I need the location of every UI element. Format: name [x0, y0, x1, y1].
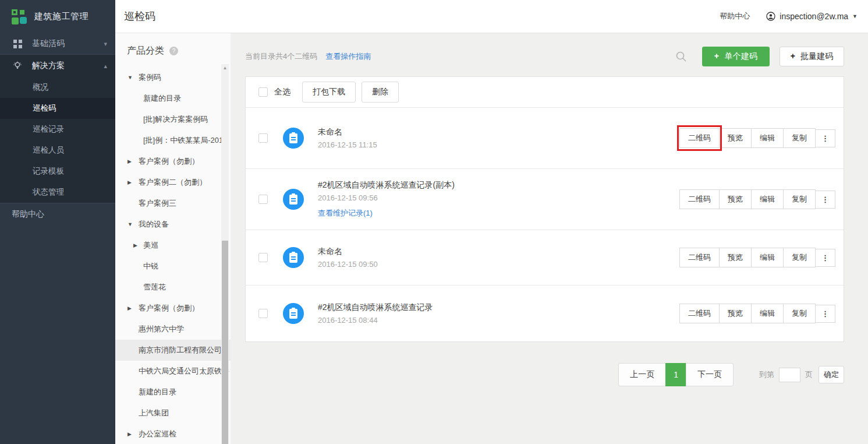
copy-button[interactable]: 复制: [783, 304, 816, 323]
qr-title: #2机区域自动喷淋系统巡查记录: [318, 302, 433, 313]
tree-collapsed-icon[interactable]: ▶: [127, 151, 132, 172]
sidebar-item-solutions[interactable]: 解决方案 ▴: [0, 55, 115, 77]
sidebar-item-help-center[interactable]: 帮助中心: [0, 203, 115, 224]
row-checkbox[interactable]: [258, 195, 268, 204]
batch-download-button[interactable]: 打包下载: [302, 82, 356, 103]
scroll-up-icon[interactable]: ▲: [221, 65, 229, 71]
tree-item[interactable]: ▶客户案例（勿删）: [115, 151, 231, 172]
qr-date: 2016-12-15 09:50: [318, 260, 378, 269]
preview-button[interactable]: 预览: [719, 304, 752, 323]
tree-item[interactable]: [批]解决方案案例码: [115, 109, 231, 130]
row-checkbox[interactable]: [258, 253, 268, 262]
tree-item-selected[interactable]: 南京市消防工程有限公司（: [115, 340, 231, 361]
current-page-button[interactable]: 1: [665, 363, 686, 386]
tree-item-label: 雪莲花: [143, 283, 166, 291]
tree-item[interactable]: 中锐: [115, 256, 231, 277]
page-title: 巡检码: [124, 9, 155, 23]
maintenance-records-link[interactable]: 查看维护记录(1): [318, 208, 455, 219]
tree-collapsed-icon[interactable]: ▶: [127, 424, 132, 444]
create-single-code-button[interactable]: +单个建码: [702, 47, 770, 66]
sidebar-item-record-templates[interactable]: 记录模板: [0, 161, 115, 182]
preview-button[interactable]: 预览: [719, 128, 752, 148]
edit-button[interactable]: 编辑: [751, 189, 784, 209]
sidebar-item-label: 基础活码: [32, 38, 104, 49]
pagination: 上一页 1 下一页 到第 页 确定: [245, 363, 844, 386]
sidebar-item-inspection-codes[interactable]: 巡检码: [0, 98, 115, 119]
row-checkbox[interactable]: [258, 133, 268, 143]
tree-item[interactable]: 新建的目录: [115, 88, 231, 109]
qr-code-button[interactable]: 二维码: [679, 128, 720, 148]
row-info: #2机区域自动喷淋系统巡查记录 2016-12-15 08:44: [318, 302, 433, 325]
goto-confirm-button[interactable]: 确定: [819, 366, 844, 383]
sidebar-item-overview[interactable]: 概况: [0, 77, 115, 98]
more-actions-button[interactable]: ⋮: [815, 249, 835, 267]
preview-button[interactable]: 预览: [719, 189, 752, 209]
user-email: inspection@2w.ma: [780, 12, 848, 21]
sidebar-item-inspection-staff[interactable]: 巡检人员: [0, 140, 115, 161]
edit-button[interactable]: 编辑: [751, 248, 784, 267]
create-batch-code-button[interactable]: +批量建码: [780, 47, 844, 66]
row-actions: 二维码 预览 编辑 复制 ⋮: [680, 189, 835, 209]
select-all-checkbox[interactable]: [258, 87, 268, 97]
row-info: #2机区域自动喷淋系统巡查记录(副本) 2016-12-15 09:56 查看维…: [318, 180, 455, 219]
batch-delete-button[interactable]: 删除: [362, 82, 399, 103]
more-vertical-icon: ⋮: [821, 195, 829, 204]
copy-button[interactable]: 复制: [783, 189, 816, 209]
prev-page-button[interactable]: 上一页: [618, 363, 666, 386]
qr-code-button[interactable]: 二维码: [679, 248, 720, 267]
tree-item[interactable]: 上汽集团: [115, 403, 231, 424]
goto-page-input[interactable]: [779, 368, 800, 382]
qr-list-row: 未命名 2016-12-15 09:50 二维码 预览 编辑 复制 ⋮: [246, 230, 844, 286]
tree-item[interactable]: ▶客户案例二（勿删）: [115, 172, 231, 193]
clipboard-icon: [283, 303, 304, 324]
help-center-link[interactable]: 帮助中心: [720, 11, 750, 22]
scrollbar-thumb[interactable]: [222, 241, 228, 444]
row-checkbox[interactable]: [258, 309, 268, 318]
more-actions-button[interactable]: ⋮: [815, 191, 835, 209]
qr-title: 未命名: [318, 127, 377, 138]
qr-list-row: #2机区域自动喷淋系统巡查记录(副本) 2016-12-15 09:56 查看维…: [246, 169, 844, 230]
operation-guide-link[interactable]: 查看操作指南: [325, 51, 371, 62]
tree-item[interactable]: ▶客户案例（勿删）: [115, 298, 231, 319]
tree-item[interactable]: 新建的目录: [115, 382, 231, 403]
more-actions-button[interactable]: ⋮: [815, 305, 835, 323]
edit-button[interactable]: 编辑: [751, 304, 784, 323]
tree-item[interactable]: [批]例：中铁某某局-2017: [115, 130, 231, 151]
tree-item[interactable]: ▶办公室巡检: [115, 424, 231, 444]
tree-item[interactable]: 雪莲花: [115, 277, 231, 298]
tree-item[interactable]: 中铁六局交通公司太原铁路: [115, 361, 231, 382]
qr-code-button[interactable]: 二维码: [679, 189, 720, 209]
tree-expanded-icon[interactable]: ▼: [127, 214, 133, 235]
tree-expanded-icon[interactable]: ▼: [127, 67, 133, 88]
sidebar-item-status-management[interactable]: 状态管理: [0, 182, 115, 203]
select-all-label[interactable]: 全选: [274, 87, 290, 97]
qr-list-row: 未命名 2016-12-15 11:15 二维码 预览 编辑 复制 ⋮: [246, 108, 844, 169]
sidebar-item-label: 解决方案: [32, 61, 104, 71]
plus-icon: +: [791, 51, 795, 61]
tree-collapsed-icon[interactable]: ▶: [127, 298, 132, 319]
copy-button[interactable]: 复制: [783, 128, 816, 148]
next-page-button[interactable]: 下一页: [686, 363, 734, 386]
sidebar-item-basic-codes[interactable]: 基础活码 ▾: [0, 33, 115, 54]
sidebar-item-inspection-records[interactable]: 巡检记录: [0, 119, 115, 140]
tree-collapsed-icon[interactable]: ▶: [133, 235, 137, 256]
tree-item-label: 美巡: [143, 241, 158, 249]
tree-item[interactable]: ▼我的设备: [115, 214, 231, 235]
copy-button[interactable]: 复制: [783, 248, 816, 267]
user-menu[interactable]: inspection@2w.ma ▼: [766, 12, 858, 21]
tree-scrollbar[interactable]: ▲: [221, 64, 229, 444]
tree-collapsed-icon[interactable]: ▶: [127, 172, 132, 193]
more-actions-button[interactable]: ⋮: [815, 129, 835, 147]
tree-item[interactable]: 惠州第六中学: [115, 319, 231, 340]
more-vertical-icon: ⋮: [821, 309, 829, 318]
tree-item[interactable]: ▶美巡: [115, 235, 231, 256]
edit-button[interactable]: 编辑: [751, 128, 784, 148]
tree-item[interactable]: 客户案例三: [115, 193, 231, 214]
help-tooltip-icon[interactable]: ?: [169, 47, 178, 55]
tree-item[interactable]: ▼案例码: [115, 67, 231, 88]
content-actions: +单个建码 +批量建码: [675, 47, 844, 66]
preview-button[interactable]: 预览: [719, 248, 752, 267]
search-icon[interactable]: [675, 51, 687, 62]
tree-header: 产品分类 ?: [115, 44, 231, 58]
qr-code-button[interactable]: 二维码: [679, 304, 720, 323]
